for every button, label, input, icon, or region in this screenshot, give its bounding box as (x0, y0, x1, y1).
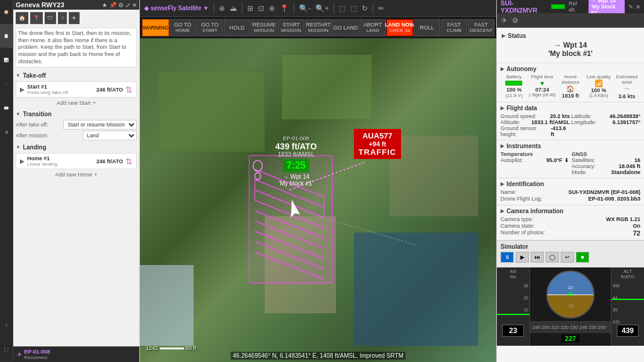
layers-icon[interactable]: ⊕ (217, 4, 227, 13)
rp-plane-icon[interactable]: ✈ (499, 15, 509, 26)
postflight-icon: 📊 (4, 58, 9, 63)
wind-icon: 〜 (613, 85, 640, 93)
sim-pause-button[interactable]: ⏸ (500, 252, 514, 263)
zoom-in-icon[interactable]: 🔍+ (314, 4, 330, 13)
zoom-out-icon[interactable]: 🔍- (297, 4, 312, 13)
drone-info-overlay: EP-01-008 439 ft/ATO 1833 ft/AMSL 7:25 →… (276, 136, 317, 187)
mission-btn-shield[interactable]: 🛡 (45, 12, 56, 24)
waypoints-icon[interactable]: ⊡ (256, 4, 266, 13)
settings-icon[interactable]: ⚙ (118, 2, 124, 8)
go-start-button[interactable]: GO TOSTART (197, 19, 223, 36)
instruments-section: Instruments Temperature Autopilot: 95.0°… (497, 140, 644, 178)
sim-stop-button[interactable]: ■ (576, 252, 589, 263)
go-home-button[interactable]: GO TOHOME (169, 19, 196, 36)
traffic-callsign: AUA577 (359, 131, 397, 140)
transition-section: After take-off: Start or resume Mission … (16, 120, 137, 140)
top-area: ◆ senseFly Satellite ▼ ⊕ ⛰ ⊞ ⊡ ⊕ 📍 🔍- 🔍+… (140, 0, 496, 362)
star-icon[interactable]: ★ (102, 2, 107, 8)
updater-icon: ↑ (5, 82, 8, 86)
sim-fast-forward-button[interactable]: ⏭ (531, 252, 544, 263)
sidebar-item-updater[interactable]: ↑ (0, 72, 13, 96)
sim-marker-button[interactable]: ◯ (546, 252, 559, 263)
fast-descent-button[interactable]: FASTDESCENT (468, 19, 494, 36)
simulator-title: Simulator (500, 243, 640, 250)
expand-icon[interactable]: ⤢ (125, 2, 130, 8)
go-land-button[interactable]: GO LAND (332, 19, 359, 36)
left-sidebar: 🏠 📋 📊 ↑ 📖 ⚙ ? ⛶ (0, 0, 13, 362)
crosshair-icon[interactable]: ⊕ (267, 4, 277, 13)
start-mission-button[interactable]: STARTMISSION (278, 19, 305, 36)
autonomy-grid: Battery 100 % (11.9 V) Flight time ♥ 07:… (500, 74, 640, 99)
mission-btn-route[interactable]: ✈ (69, 12, 80, 24)
rotate-icon[interactable]: ↻ (360, 4, 370, 13)
warning-button[interactable]: WARNING (142, 19, 169, 36)
instruments-grid: Temperature Autopilot: 95.0°F 🌡 GNSS Sat… (500, 151, 640, 175)
mission-btn-home[interactable]: 🏠 (16, 12, 28, 24)
edit-drone-icon[interactable]: ✎ (628, 4, 633, 10)
mission-content: 🏠 📍 🛡 ⑂ ✈ The drone flies first to Start… (13, 10, 139, 346)
sidebar-item-logbook[interactable]: 📖 (0, 96, 13, 120)
path-icon[interactable]: ⬚ (349, 4, 359, 13)
rp-wrench-icon[interactable]: ⚙ (510, 15, 520, 26)
main-toolbar: ◆ senseFly Satellite ▼ ⊕ ⛰ ⊞ ⊡ ⊕ 📍 🔍- 🔍+… (140, 0, 496, 17)
drone-timer: 7:25 (283, 159, 309, 172)
hold-button[interactable]: HOLD (224, 19, 250, 36)
sidebar-item-postflight[interactable]: 📊 (0, 48, 13, 72)
drone-icon: ✈ (17, 351, 22, 358)
sidebar-item-options[interactable]: ⚙ (0, 120, 13, 145)
instruments-title: Instruments (500, 143, 640, 149)
map-coordinates: 46.26469546° N, 6.1483541° E, 1408 ft/AM… (230, 352, 406, 360)
sidebar-item-mission[interactable]: 📋 (0, 24, 13, 48)
expand-start-icon[interactable]: ⇅ (125, 85, 133, 95)
pin-icon[interactable]: 📌 (109, 2, 116, 8)
restart-mission-button[interactable]: RESTARTMISSION (305, 19, 332, 36)
link-quality-item: Link quality 📶 100 % (1.6 KB/s) (585, 74, 612, 99)
sidebar-item-welcome[interactable]: 🏠 (0, 0, 13, 24)
simulator-section: Simulator ⏸ ▶ ⏭ ◯ ↩ ■ (497, 240, 644, 267)
status-wpt: → Wpt 14 'My block #1' (502, 41, 639, 58)
close-panel-icon[interactable]: ✕ (132, 2, 137, 8)
pencil-icon[interactable]: ✏ (376, 4, 386, 13)
map-container[interactable]: EP-01-008 439 ft/ATO 1833 ft/AMSL 7:25 →… (140, 39, 496, 362)
roll-button[interactable]: ROLL (414, 19, 440, 36)
close-drone-icon[interactable]: ✕ (636, 4, 640, 10)
options-icon: ⚙ (5, 130, 8, 135)
altitude-gauge: ALTft/ATO 450 44 35 420 439 (611, 267, 644, 346)
mission-header: Geneva RWY23 ★ 📌 ⚙ ⤢ ✕ (13, 0, 139, 10)
autopilot-row: Autopilot: 95.0°F 🌡 (500, 157, 569, 163)
play-home-icon: ▶ (20, 158, 25, 164)
field-1 (158, 71, 265, 152)
sidebar-item-fullscreen[interactable]: ⛶ (0, 338, 13, 362)
sidebar-item-help[interactable]: ? (0, 314, 13, 338)
name-row: Name: SUI-YXDN2MVR (EP-01-008) (500, 189, 640, 195)
flight-log-row: Drone Flight Log: EP-01-008_0203.bb3 (500, 196, 640, 202)
add-home-button[interactable]: Add new Home + (16, 170, 137, 179)
identification-section: Identification Name: SUI-YXDN2MVR (EP-01… (497, 178, 644, 205)
sim-play-button[interactable]: ▶ (516, 252, 529, 263)
after-takeoff-select[interactable]: Start or resume Mission (63, 120, 137, 130)
terrain-icon[interactable]: ⛰ (228, 4, 239, 13)
home-waypoint[interactable]: ▶ Home #1 Linear landing 246 ft/ATO ⇅ (16, 153, 137, 169)
sim-return-button[interactable]: ↩ (561, 252, 574, 263)
fast-climb-button[interactable]: FASTCLIMB (441, 19, 467, 36)
mission-btn-fork[interactable]: ⑂ (58, 12, 67, 24)
add-start-button[interactable]: Add new Start + (16, 99, 137, 107)
lake-area (354, 232, 479, 346)
status-section: Status → Wpt 14 'My block #1' (497, 28, 644, 63)
resume-mission-button[interactable]: RESUMEMISSION (251, 19, 277, 36)
abort-land-button[interactable]: ABORTLAND (359, 19, 386, 36)
land-now-button[interactable]: LAND NOWCHCK 3x (387, 19, 413, 36)
ref-alt-label: Ref alt. (569, 1, 585, 13)
camera-photos-row: Number of photos: 72 (500, 229, 640, 237)
expand-home-icon[interactable]: ⇅ (125, 157, 133, 166)
simulator-controls: ⏸ ▶ ⏭ ◯ ↩ ■ (500, 252, 640, 263)
status-title: Status (502, 33, 639, 39)
pin2-icon[interactable]: 📍 (278, 4, 291, 13)
autonomy-title: Autonomy (500, 66, 640, 72)
start-waypoint[interactable]: ▶ Start #1 Fixed-wing take-off 246 ft/AT… (16, 81, 137, 98)
traffic-altitude: +94 ft (359, 140, 397, 148)
grid-icon[interactable]: ⊞ (245, 4, 255, 13)
after-mission-select[interactable]: Land (83, 131, 137, 140)
terrain2-icon[interactable]: ⬚ (337, 4, 347, 13)
mission-btn-pin[interactable]: 📍 (30, 12, 43, 24)
